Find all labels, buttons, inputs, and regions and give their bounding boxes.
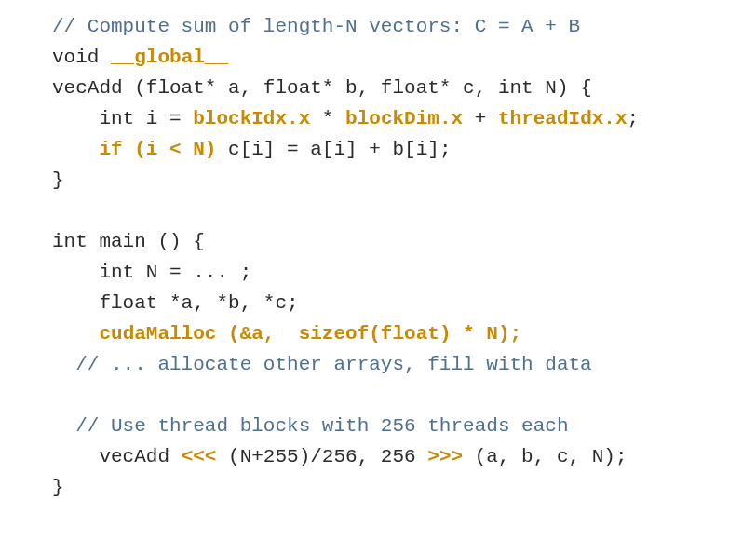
code-text: c[i] = a[i] + b[i]; bbox=[216, 139, 451, 160]
code-text bbox=[52, 139, 99, 160]
cuda-global-keyword: __global__ bbox=[111, 47, 228, 68]
code-comment: // ... allocate other arrays, fill with … bbox=[52, 354, 592, 375]
cuda-blockidx: blockIdx.x bbox=[193, 108, 310, 129]
cuda-malloc: cudaMalloc (&a, sizeof(float) * N); bbox=[99, 323, 521, 345]
code-block: // Compute sum of length-N vectors: C = … bbox=[0, 0, 756, 503]
code-text: vecAdd (float* a, float* b, float* c, in… bbox=[52, 77, 592, 99]
cuda-threadidx: threadIdx.x bbox=[498, 108, 628, 129]
bounds-check: if (i < N) bbox=[99, 139, 216, 160]
code-text: int main () { bbox=[52, 231, 205, 252]
code-text: int i = bbox=[52, 108, 193, 129]
code-comment: // Compute sum of length-N vectors: C = … bbox=[52, 16, 580, 37]
code-text: float *a, *b, *c; bbox=[52, 292, 299, 314]
cuda-launch-close: >>> bbox=[427, 446, 463, 467]
cuda-launch-open: <<< bbox=[182, 446, 217, 467]
code-text: } bbox=[52, 169, 64, 191]
code-text: (a, b, c, N); bbox=[463, 446, 627, 467]
code-text bbox=[52, 323, 99, 345]
code-text: int N = ... ; bbox=[52, 262, 251, 283]
code-text: void bbox=[52, 47, 111, 68]
code-text: (N+255)/256, 256 bbox=[216, 446, 427, 467]
code-comment: // Use thread blocks with 256 threads ea… bbox=[52, 415, 569, 437]
code-text: ; bbox=[628, 108, 640, 129]
code-text: * bbox=[310, 108, 345, 129]
code-text: } bbox=[52, 477, 64, 498]
code-text: + bbox=[463, 108, 498, 129]
code-text: vecAdd bbox=[52, 446, 182, 467]
cuda-blockdim: blockDim.x bbox=[345, 108, 463, 129]
